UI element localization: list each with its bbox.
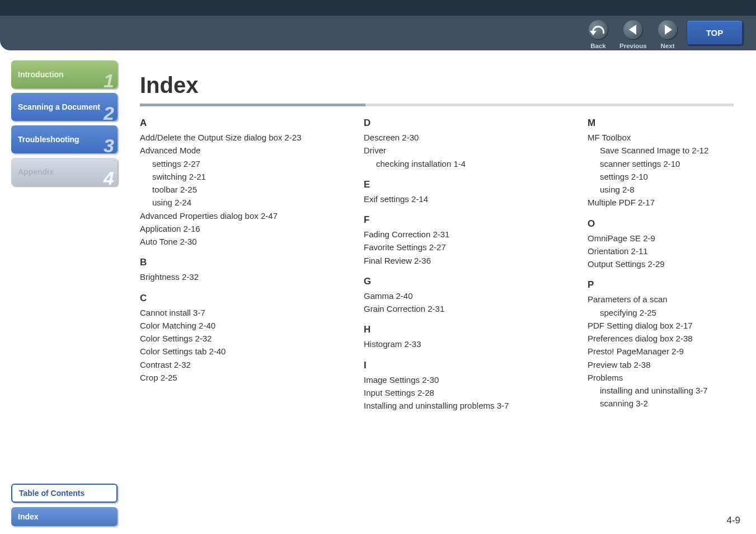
title-rule <box>140 104 734 106</box>
index-entry[interactable]: Grain Correction 2-31 <box>364 302 543 315</box>
index-entry[interactable]: Descreen 2-30 <box>364 131 543 144</box>
nav-tab-scanning[interactable]: Scanning a Document 2 <box>11 93 118 121</box>
index-entry[interactable]: Installing and uninstalling problems 3-7 <box>364 399 543 412</box>
header-band-top <box>0 0 756 16</box>
index-entry[interactable]: Auto Tone 2-30 <box>140 235 319 248</box>
index-entry[interactable]: Brightness 2-32 <box>140 270 319 283</box>
index-entry[interactable]: Color Settings tab 2-40 <box>140 345 319 358</box>
index-entry[interactable]: Input Settings 2-28 <box>364 386 543 399</box>
index-column-2: DDescreen 2-30Driverchecking installatio… <box>364 118 543 412</box>
page-title-bar: Index <box>140 73 734 106</box>
page-title: Index <box>140 73 734 98</box>
index-columns: AAdd/Delete the Output Size dialog box 2… <box>140 118 756 412</box>
index-subentry[interactable]: settings 2-10 <box>588 170 756 183</box>
top-button-label: TOP <box>706 28 724 38</box>
index-entry[interactable]: Favorite Settings 2-27 <box>364 241 543 254</box>
triangle-left-icon <box>629 25 636 35</box>
nav-tab-label: Scanning a Document <box>18 102 100 111</box>
index-subentry[interactable]: checking installation 1-4 <box>364 157 543 170</box>
toc-label: Table of Contents <box>19 489 84 498</box>
back-arrow-icon <box>592 26 604 34</box>
index-entry[interactable]: Preview tab 2-38 <box>588 358 756 371</box>
index-letter: I <box>364 360 543 371</box>
index-entry[interactable]: Presto! PageManager 2-9 <box>588 345 756 358</box>
index-entry[interactable]: Fading Correction 2-31 <box>364 228 543 241</box>
index-subentry[interactable]: switching 2-21 <box>140 170 319 183</box>
index-entry[interactable]: Gamma 2-40 <box>364 289 543 302</box>
index-letter: D <box>364 118 543 129</box>
index-entry[interactable]: Application 2-16 <box>140 222 319 235</box>
index-entry[interactable]: Contrast 2-32 <box>140 358 319 371</box>
page-number: 4-9 <box>726 515 740 526</box>
index-subentry[interactable]: settings 2-27 <box>140 157 319 170</box>
index-entry[interactable]: PDF Setting dialog box 2-17 <box>588 319 756 332</box>
top-button[interactable]: TOP <box>687 20 743 45</box>
back-button[interactable]: Back <box>585 20 612 49</box>
nav-tab-troubleshooting[interactable]: Troubleshooting 3 <box>11 125 118 153</box>
index-entry[interactable]: Image Settings 2-30 <box>364 373 543 386</box>
index-letter: A <box>140 118 319 129</box>
index-subentry[interactable]: installing and uninstalling 3-7 <box>588 384 756 397</box>
index-entry[interactable]: Problems <box>588 371 756 384</box>
index-letter: P <box>588 279 756 291</box>
index-entry[interactable]: Add/Delete the Output Size dialog box 2-… <box>140 131 319 144</box>
index-entry[interactable]: Output Settings 2-29 <box>588 257 756 270</box>
index-entry[interactable]: Orientation 2-11 <box>588 245 756 257</box>
nav-tab-number: 2 <box>104 102 114 124</box>
index-subentry[interactable]: specifying 2-25 <box>588 306 756 319</box>
index-letter: H <box>364 324 543 335</box>
index-entry[interactable]: OmniPage SE 2-9 <box>588 232 756 245</box>
nav-tab-label: Appendix <box>18 167 54 176</box>
index-subentry[interactable]: scanner settings 2-10 <box>588 157 756 170</box>
toc-button[interactable]: Table of Contents <box>11 484 118 503</box>
nav-tab-number: 1 <box>104 70 114 92</box>
nav-tab-label: Troubleshooting <box>18 135 79 144</box>
index-button[interactable]: Index <box>11 507 118 526</box>
index-entry[interactable]: Parameters of a scan <box>588 293 756 306</box>
index-entry[interactable]: Color Matching 2-40 <box>140 319 319 332</box>
side-nav: Introduction 1 Scanning a Document 2 Tro… <box>11 60 118 190</box>
index-entry[interactable]: MF Toolbox <box>588 131 756 144</box>
bottom-left-nav: Table of Contents Index <box>11 479 118 526</box>
index-entry[interactable]: Advanced Mode <box>140 144 319 157</box>
index-subentry[interactable]: Save Scanned Image to 2-12 <box>588 144 756 157</box>
index-label: Index <box>18 512 39 521</box>
index-entry[interactable]: Cannot install 3-7 <box>140 306 319 319</box>
index-letter: F <box>364 214 543 226</box>
index-entry[interactable]: Exif settings 2-14 <box>364 193 543 205</box>
index-entry[interactable]: Final Review 2-36 <box>364 254 543 267</box>
index-column-1: AAdd/Delete the Output Size dialog box 2… <box>140 118 319 412</box>
nav-tab-number: 3 <box>104 135 114 157</box>
index-entry[interactable]: Driver <box>364 144 543 157</box>
index-subentry[interactable]: toolbar 2-25 <box>140 183 319 196</box>
nav-tab-introduction[interactable]: Introduction 1 <box>11 60 118 88</box>
index-subentry[interactable]: using 2-24 <box>140 196 319 209</box>
index-entry[interactable]: Crop 2-25 <box>140 371 319 384</box>
next-label: Next <box>654 43 681 49</box>
back-label: Back <box>585 43 612 49</box>
nav-tab-label: Introduction <box>18 70 64 79</box>
index-entry[interactable]: Preferences dialog box 2-38 <box>588 332 756 345</box>
index-entry[interactable]: Histogram 2-33 <box>364 338 543 350</box>
previous-button[interactable]: Previous <box>619 20 646 49</box>
index-entry[interactable]: Advanced Properties dialog box 2-47 <box>140 209 319 222</box>
index-letter: B <box>140 257 319 268</box>
index-subentry[interactable]: scanning 3-2 <box>588 397 756 410</box>
index-subentry[interactable]: using 2-8 <box>588 183 756 196</box>
index-letter: M <box>588 118 756 129</box>
index-letter: E <box>364 179 543 190</box>
next-button[interactable]: Next <box>654 20 681 49</box>
index-entry[interactable]: Multiple PDF 2-17 <box>588 196 756 209</box>
header-band: Back Previous Next TOP <box>0 0 756 50</box>
index-entry[interactable]: Color Settings 2-32 <box>140 332 319 345</box>
nav-tab-number: 4 <box>104 167 114 189</box>
nav-tab-appendix[interactable]: Appendix 4 <box>11 158 118 186</box>
index-letter: C <box>140 293 319 304</box>
previous-label: Previous <box>619 43 646 49</box>
triangle-right-icon <box>665 25 672 35</box>
index-letter: G <box>364 276 543 287</box>
index-letter: O <box>588 218 756 229</box>
index-column-3: MMF ToolboxSave Scanned Image to 2-12sca… <box>588 118 756 412</box>
